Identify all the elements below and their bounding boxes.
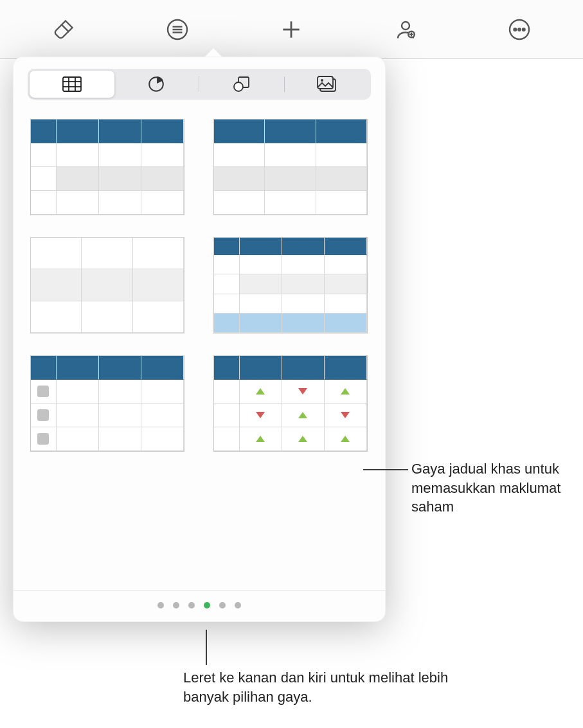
list-button[interactable] [158,10,197,49]
table-style-header-firstcol[interactable] [30,119,184,215]
checkbox-icon [37,386,49,397]
arrow-up-icon [341,436,350,442]
page-dot[interactable] [219,602,226,608]
arrow-up-icon [298,436,307,442]
more-button[interactable] [500,10,539,49]
collaborate-button[interactable] [386,10,425,49]
page-dot[interactable] [173,602,179,608]
add-icon [279,17,303,42]
insert-popover [13,57,386,622]
callout-stock-style: Gaya jadual khas untuk memasukkan maklum… [411,459,579,517]
arrow-down-icon [341,412,350,418]
table-style-header-plain[interactable] [213,119,368,215]
format-brush-icon [52,18,75,41]
table-style-header-accent-row[interactable] [213,237,368,333]
arrow-up-icon [341,388,350,395]
top-toolbar [0,0,583,59]
table-style-stock[interactable] [213,355,368,452]
table-style-checklist[interactable] [30,355,184,452]
svg-point-21 [234,82,243,91]
svg-point-11 [514,28,517,31]
tab-media[interactable] [285,71,370,98]
more-icon [508,18,531,41]
popover-arrow [204,48,222,57]
page-indicator[interactable] [13,590,385,608]
svg-point-13 [523,28,525,31]
checkbox-icon [37,409,49,421]
insert-category-tabs [28,69,371,100]
table-icon [62,76,82,92]
page-dot[interactable] [188,602,195,608]
arrow-down-icon [298,388,307,395]
shapes-icon [233,76,251,93]
arrow-down-icon [256,412,265,418]
svg-rect-14 [63,77,81,91]
add-button[interactable] [272,10,310,49]
callout-leader-line [206,630,207,665]
media-icon [316,76,337,93]
arrow-up-icon [298,412,307,418]
tab-tables[interactable] [30,71,114,98]
callout-swipe-hint: Leret ke kanan dan kiri untuk melihat le… [183,668,460,706]
page-dot[interactable] [235,602,241,608]
page-dot[interactable] [204,602,210,608]
svg-point-6 [402,22,409,30]
tab-charts[interactable] [114,71,199,98]
callout-leader-line [363,469,408,470]
popover-body [13,57,386,622]
checkbox-icon [37,433,49,445]
page-dot[interactable] [157,602,164,608]
arrow-up-icon [256,388,265,395]
table-style-grid [28,119,371,452]
table-style-plain-grid[interactable] [30,237,184,333]
tab-shapes[interactable] [199,71,284,98]
arrow-up-icon [256,436,265,442]
svg-point-12 [518,28,521,31]
format-brush-button[interactable] [44,10,83,49]
svg-point-24 [321,79,323,82]
collaborate-icon [394,18,417,41]
list-icon [166,18,189,41]
pie-chart-icon [148,76,165,93]
